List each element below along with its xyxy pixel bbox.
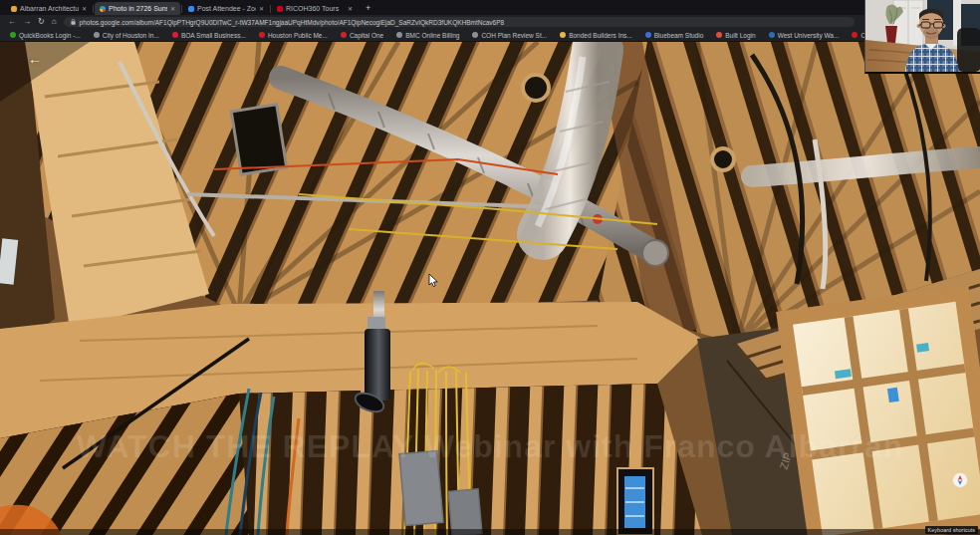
address-bar[interactable]: photos.google.com/album/AF1QipPTHgrQ9U0D…	[64, 17, 855, 27]
webinar-watermark: WATCH THE REPLAY Webinar with Franco Alb…	[0, 428, 980, 465]
built-icon	[716, 32, 722, 38]
tab-albarran-architecture[interactable]: Albarran Architecture + Constru ✕	[6, 2, 92, 15]
west-university-icon	[769, 32, 775, 38]
url-text: photos.google.com/album/AF1QipPTHgrQ9U0D…	[80, 19, 505, 26]
compass-icon[interactable]	[952, 472, 968, 488]
bookmark-built-login[interactable]: Built Login	[716, 32, 755, 39]
bookmark-bluebeam-studio[interactable]: Bluebeam Studio	[645, 32, 704, 39]
new-tab-button[interactable]: +	[366, 3, 370, 13]
houston-public-media-icon	[259, 32, 265, 38]
globe-icon	[396, 32, 402, 38]
blue-tape	[916, 343, 929, 353]
albarran-favicon-icon	[11, 6, 17, 12]
tab-label: Photo in 2726 Sunset 360 Photo	[109, 5, 167, 12]
bookmark-city-of-houston[interactable]: City of Houston In...	[94, 32, 159, 39]
back-icon[interactable]: ←	[8, 18, 16, 26]
screen-share-frame: Albarran Architecture + Constru ✕ Photo …	[0, 0, 980, 535]
forward-icon[interactable]: →	[23, 18, 31, 26]
bookmark-label: QuickBooks Login -...	[19, 32, 81, 39]
vent-opening	[231, 105, 286, 174]
bookmark-label: BOA Small Business...	[181, 32, 246, 39]
bookmarks-bar: QuickBooks Login -... City of Houston In…	[0, 29, 980, 42]
google-photos-icon	[100, 6, 106, 12]
tab-label: Post Attendee - Zoom	[197, 5, 256, 12]
bookmark-label: COH Plan Review St...	[481, 32, 547, 39]
close-icon[interactable]: ✕	[348, 5, 353, 12]
tab-separator	[93, 5, 94, 13]
bookmark-bmc-online-billing[interactable]: BMC Online Billing	[396, 32, 459, 39]
tab-zoom[interactable]: Post Attendee - Zoom ✕	[183, 2, 269, 15]
bookmark-capital-one[interactable]: Capital One	[341, 32, 383, 39]
webcam-video	[865, 0, 980, 72]
tab-separator	[270, 5, 271, 13]
close-icon[interactable]: ✕	[170, 5, 175, 12]
home-icon[interactable]: ⌂	[52, 18, 57, 26]
bookmark-label: Capital One	[350, 32, 383, 39]
bank-of-america-icon	[172, 32, 178, 38]
heart-icon	[852, 32, 858, 38]
bookmark-label: Bluebeam Studio	[654, 32, 704, 39]
ricoh-favicon-icon	[277, 6, 283, 12]
tab-separator	[181, 5, 182, 13]
webcam-overlay[interactable]	[864, 0, 980, 74]
browser-tab-strip: Albarran Architecture + Constru ✕ Photo …	[0, 0, 980, 15]
blue-tape	[887, 388, 899, 402]
bookmark-label: Built Login	[725, 32, 755, 39]
tab-label: Albarran Architecture + Constru	[20, 5, 79, 12]
window	[776, 285, 980, 535]
bookmark-houston-public-media[interactable]: Houston Public Me...	[259, 32, 328, 39]
bookmark-label: Houston Public Me...	[268, 32, 328, 39]
bookmark-quickbooks[interactable]: QuickBooks Login -...	[10, 32, 81, 39]
capital-one-icon	[341, 32, 347, 38]
globe-icon	[472, 32, 478, 38]
photo-back-button[interactable]: ←	[28, 52, 42, 66]
bookmark-boa-small-business[interactable]: BOA Small Business...	[172, 32, 246, 39]
bookmark-label: City of Houston In...	[103, 32, 159, 39]
bookmark-coh-plan-review[interactable]: COH Plan Review St...	[472, 32, 547, 39]
keyboard-shortcuts-button[interactable]: Keyboard shortcuts	[925, 526, 978, 534]
browser-toolbar: ← → ↻ ⌂ photos.google.com/album/AF1QipPT…	[0, 15, 980, 29]
bookmark-bonded-builders[interactable]: Bonded Builders Ins...	[560, 32, 632, 39]
globe-icon	[94, 32, 100, 38]
reload-icon[interactable]: ↻	[38, 18, 45, 26]
office-chair	[957, 28, 980, 72]
close-icon[interactable]: ✕	[82, 5, 87, 12]
lock-icon	[71, 19, 76, 25]
bookmark-label: BMC Online Billing	[405, 32, 459, 39]
tab-label: RICOH360 Tours	[286, 5, 345, 12]
bonded-builders-icon	[560, 32, 566, 38]
bookmark-label: Bonded Builders Ins...	[569, 32, 632, 39]
bookmark-label: West University Wa...	[778, 32, 840, 39]
quickbooks-icon	[10, 32, 16, 38]
bookmark-west-university[interactable]: West University Wa...	[769, 32, 840, 39]
tab-google-photos[interactable]: Photo in 2726 Sunset 360 Photo ✕	[95, 2, 180, 15]
tab-ricoh360[interactable]: RICOH360 Tours ✕	[272, 2, 358, 15]
doorway	[617, 468, 653, 535]
zoom-favicon-icon	[188, 6, 194, 12]
bluebeam-icon	[645, 32, 651, 38]
close-icon[interactable]: ✕	[259, 5, 264, 12]
mouse-cursor-icon	[428, 273, 440, 289]
